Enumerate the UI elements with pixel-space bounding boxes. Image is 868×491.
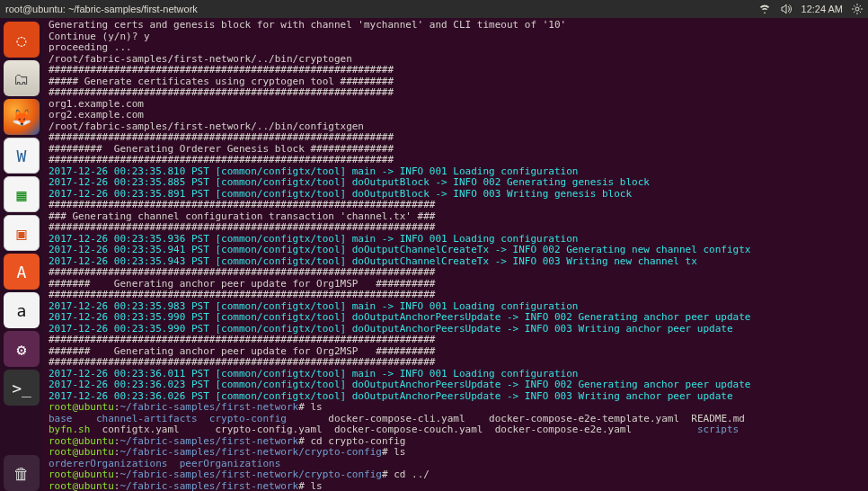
launcher-libreoffice-writer[interactable]: W (4, 138, 40, 174)
launcher-ubuntu-dash[interactable]: ◌ (4, 22, 40, 58)
launcher-settings[interactable]: ⚙ (4, 331, 40, 367)
terminal-line: Generating certs and genesis block for w… (49, 20, 863, 31)
launcher-ubuntu-software[interactable]: A (4, 254, 40, 290)
terminal-line: Continue (y/n)? y (49, 31, 863, 43)
system-indicators[interactable]: 12:24 AM (758, 4, 863, 14)
unity-launcher: ◌🗂🦊W▦▣Aa⚙>_🗑 (0, 18, 43, 491)
launcher-terminal[interactable]: >_ (4, 370, 40, 406)
terminal-line: ########################################… (49, 87, 863, 99)
launcher-libreoffice-impress[interactable]: ▣ (4, 215, 40, 251)
terminal-window[interactable]: Generating certs and genesis block for w… (43, 18, 868, 491)
launcher-firefox[interactable]: 🦊 (4, 99, 40, 135)
gear-icon[interactable] (852, 4, 863, 14)
terminal-line: org1.example.com (49, 99, 863, 111)
clock[interactable]: 12:24 AM (802, 4, 843, 14)
menu-bar: root@ubuntu: ~/fabric-samples/first-netw… (0, 0, 868, 18)
launcher-libreoffice-calc[interactable]: ▦ (4, 176, 40, 212)
launcher-amazon[interactable]: a (4, 292, 40, 328)
terminal-prompt[interactable]: root@ubuntu:~/fabric-samples/first-netwo… (49, 481, 863, 492)
launcher-trash[interactable]: 🗑 (4, 455, 40, 491)
network-icon[interactable] (758, 4, 771, 14)
launcher-files[interactable]: 🗂 (4, 60, 40, 96)
svg-point-0 (855, 7, 859, 11)
window-title: root@ubuntu: ~/fabric-samples/first-netw… (5, 4, 758, 14)
sound-icon[interactable] (780, 4, 793, 14)
